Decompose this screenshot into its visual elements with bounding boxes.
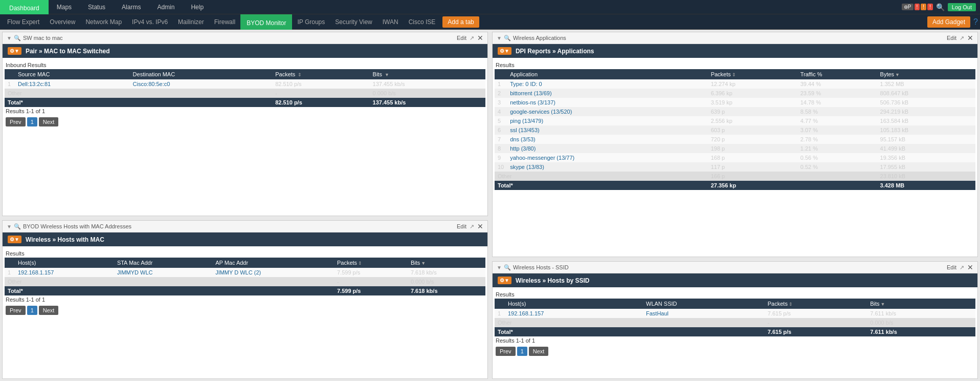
packets-sort-icon[interactable]: ⇕ [298,72,302,77]
wireless-apps-gear-icon[interactable]: ⚙▼ [498,47,511,55]
sw-mac-to-mac-panel: ▼ 🔍 SW mac to mac Edit ↗ ✕ ⚙▼ Pair » MAC… [2,32,488,216]
subnav-network-map[interactable]: Network Map [80,14,127,30]
expand-arrow-icon[interactable]: ↗ [470,35,474,41]
subnav-ipv4-ipv6[interactable]: IPv4 vs. IPv6 [127,14,173,30]
app-link[interactable]: http (3/80) [510,145,536,152]
logout-button[interactable]: Log Out [948,3,976,11]
top-navigation: Dashboard Maps Status Alarms Admin Help … [0,0,980,14]
byod-close-button[interactable]: ✕ [477,223,483,230]
total-row: Total* 7.615 p/s 7.611 kb/s [495,327,975,336]
dst-mac-link[interactable]: Cisco:80:5e:c0 [133,81,170,87]
byod-title-bar: ⚙▼ Wireless » Hosts with MAC [3,232,487,246]
ap-mac-link[interactable]: JIMMY D WLC (2) [215,269,261,276]
wireless-hosts-next-button[interactable]: Next [529,347,549,356]
byod-prev-button[interactable]: Prev [6,306,26,315]
nav-admin[interactable]: Admin [149,0,183,14]
wireless-hosts-close-button[interactable]: ✕ [967,264,973,271]
row-num: 9 [495,153,507,162]
host-ssid-link[interactable]: 192.168.1.157 [508,310,544,316]
app-link[interactable]: ssl (13/453) [510,127,539,133]
byod-expand-icon[interactable]: ↗ [470,223,474,230]
byod-next-button[interactable]: Next [39,306,59,315]
sw-mac-page1-button[interactable]: 1 [27,117,37,126]
wireless-apps-title-bar: ⚙▼ DPI Reports » Applications [493,44,977,58]
table-row: 10 skype (13/83) 117 p 0.52 % 17.955 kB [495,162,975,172]
sw-mac-gear-icon[interactable]: ⚙▼ [8,47,21,55]
nav-dashboard[interactable]: Dashboard [0,0,49,14]
nav-maps[interactable]: Maps [49,0,80,14]
src-mac-link[interactable]: Dell:13:2c:81 [18,81,51,87]
byod-edit-link[interactable]: Edit [457,223,466,229]
subnav-firewall[interactable]: Firewall [209,14,240,30]
sw-mac-close-button[interactable]: ✕ [477,34,483,41]
row-app: ssl (13/453) [507,125,707,135]
byod-gear-icon[interactable]: ⚙▼ [8,236,21,243]
row-num: 10 [495,162,507,172]
col-app: Application [507,69,707,79]
subnav-ip-groups[interactable]: IP Groups [292,14,330,30]
wireless-hosts-expand-icon[interactable]: ↗ [960,264,964,271]
subnav-flow-expert[interactable]: Flow Expert [2,14,44,30]
byod-packets-sort[interactable]: ⇕ [358,261,362,266]
row-app: dns (3/53) [507,135,707,144]
byod-chevron-icon[interactable]: ▼ [7,224,12,229]
wireless-hosts-header-left: ▼ 🔍 Wireless Hosts - SSID [497,264,569,271]
row-num: 2 [495,89,507,98]
app-link[interactable]: skype (13/83) [510,164,544,170]
ssid-link[interactable]: FastHaul [646,310,669,316]
wireless-apps-edit-link[interactable]: Edit [947,35,956,41]
wireless-apps-close-button[interactable]: ✕ [967,34,973,41]
nav-help[interactable]: Help [183,0,212,14]
host-bits-sort[interactable]: ▼ [881,302,885,307]
app-link[interactable]: google-services (13/520) [510,109,572,115]
bits-sort-icon[interactable]: ▼ [385,72,389,77]
subnav-mailinizer[interactable]: Mailinizer [173,14,209,30]
app-link[interactable]: bittorrent (13/69) [510,90,551,96]
app-link[interactable]: yahoo-messenger (13/77) [510,155,574,161]
sta-mac-link[interactable]: JIMMYD WLC [117,269,153,276]
wireless-apps-chevron[interactable]: ▼ [497,35,502,41]
app-packets-sort[interactable]: ⇕ [732,72,736,77]
app-link[interactable]: ping (13/479) [510,118,543,124]
wireless-hosts-edit-link[interactable]: Edit [947,264,956,270]
left-column: ▼ 🔍 SW mac to mac Edit ↗ ✕ ⚙▼ Pair » MAC… [0,30,490,381]
app-link[interactable]: dns (3/53) [510,136,536,142]
col-bits: Bits ▼ [370,69,485,79]
sw-mac-edit-link[interactable]: Edit [457,35,466,41]
row-app: skype (13/83) [507,162,707,172]
app-link[interactable]: Type: 0 ID: 0 [510,81,542,87]
host-link[interactable]: 192.168.1.157 [18,269,54,276]
byod-bits-sort[interactable]: ▼ [421,261,426,266]
wireless-apps-bar-title: DPI Reports » Applications [516,48,594,55]
wireless-hosts-prev-button[interactable]: Prev [496,347,516,356]
row-host: 192.168.1.157 [505,309,643,318]
add-gadget-button[interactable]: Add Gadget [927,16,970,28]
nav-status[interactable]: Status [80,0,114,14]
search-icon[interactable]: 🔍 [936,3,945,11]
wireless-apps-header-left: ▼ 🔍 Wireless Applications [497,35,566,41]
help-icon[interactable]: ? [973,17,978,27]
nav-alarms[interactable]: Alarms [114,0,149,14]
subnav-security-view[interactable]: Security View [330,14,377,30]
subnav-iwan[interactable]: IWAN [377,14,404,30]
byod-page1-button[interactable]: 1 [27,306,37,315]
row-src-mac: Dell:13:2c:81 [15,79,130,89]
subnav-overview[interactable]: Overview [44,14,80,30]
other-packets: - [272,89,369,98]
panel-chevron-icon[interactable]: ▼ [7,35,12,41]
col-ap-mac: AP Mac Addr [212,258,334,268]
sw-mac-prev-button[interactable]: Prev [6,117,26,126]
table-row: 1 192.168.1.157 FastHaul 7.615 p/s 7.611… [495,309,975,318]
col-num [495,69,507,79]
wireless-hosts-gear-icon[interactable]: ⚙▼ [498,277,511,284]
wireless-apps-expand-icon[interactable]: ↗ [960,35,964,41]
wireless-hosts-chevron[interactable]: ▼ [497,265,502,270]
subnav-cisco-ise[interactable]: Cisco ISE [404,14,441,30]
subnav-byod-monitor[interactable]: BYOD Monitor [240,14,292,30]
add-tab-button[interactable]: Add a tab [442,16,479,28]
wireless-hosts-page1-button[interactable]: 1 [517,347,527,356]
host-packets-sort[interactable]: ⇕ [789,302,793,307]
app-bytes-sort[interactable]: ▼ [895,72,900,77]
sw-mac-next-button[interactable]: Next [39,117,59,126]
app-link[interactable]: netbios-ns (3/137) [510,99,555,105]
